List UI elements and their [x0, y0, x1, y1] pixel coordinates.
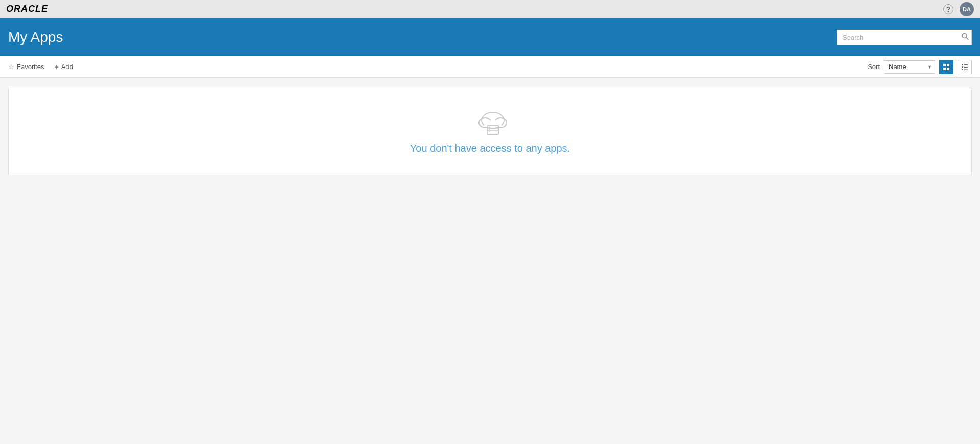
- svg-rect-5: [947, 68, 949, 70]
- star-icon: ☆: [8, 63, 14, 71]
- help-icon[interactable]: ?: [943, 4, 953, 14]
- plus-icon: +: [54, 63, 58, 71]
- page-title: My Apps: [8, 29, 63, 46]
- favorites-button[interactable]: ☆ Favorites: [8, 63, 44, 71]
- svg-point-19: [489, 127, 490, 128]
- page-header: My Apps: [0, 18, 980, 56]
- oracle-logo: ORACLE: [6, 4, 48, 14]
- svg-rect-7: [964, 64, 968, 65]
- no-apps-icon: [475, 109, 511, 137]
- svg-rect-10: [962, 69, 963, 70]
- main-content: You don't have access to any apps.: [0, 78, 980, 444]
- svg-rect-2: [943, 64, 946, 66]
- add-label: Add: [61, 63, 73, 71]
- svg-rect-6: [962, 64, 963, 65]
- svg-rect-8: [962, 66, 963, 68]
- toolbar-left: ☆ Favorites + Add: [8, 63, 73, 71]
- toolbar: ☆ Favorites + Add Sort Name Date Type: [0, 56, 980, 78]
- toolbar-right: Sort Name Date Type: [868, 60, 972, 74]
- cloud-icon-wrapper: [475, 109, 506, 135]
- grid-view-icon: [943, 63, 950, 71]
- svg-point-20: [489, 129, 490, 130]
- svg-line-1: [966, 38, 968, 40]
- list-view-button[interactable]: [958, 60, 972, 74]
- empty-message: You don't have access to any apps.: [410, 143, 570, 154]
- top-nav: ORACLE ? DA: [0, 0, 980, 18]
- search-button[interactable]: [962, 33, 969, 42]
- user-avatar[interactable]: DA: [960, 2, 974, 16]
- sort-select[interactable]: Name Date Type: [884, 60, 935, 74]
- svg-rect-3: [947, 64, 949, 66]
- top-nav-right: ? DA: [943, 2, 974, 16]
- grid-view-button[interactable]: [939, 60, 953, 74]
- search-icon: [962, 33, 969, 40]
- add-button[interactable]: + Add: [54, 63, 73, 71]
- empty-state-card: You don't have access to any apps.: [8, 88, 972, 175]
- list-view-icon: [961, 63, 968, 71]
- search-input[interactable]: [837, 30, 972, 45]
- search-container: [837, 30, 972, 45]
- svg-rect-11: [964, 69, 968, 70]
- sort-label: Sort: [868, 63, 880, 71]
- svg-point-21: [489, 131, 490, 132]
- svg-rect-4: [943, 68, 946, 70]
- favorites-label: Favorites: [17, 63, 44, 71]
- sort-select-wrapper: Name Date Type: [884, 60, 935, 74]
- svg-rect-9: [964, 67, 968, 68]
